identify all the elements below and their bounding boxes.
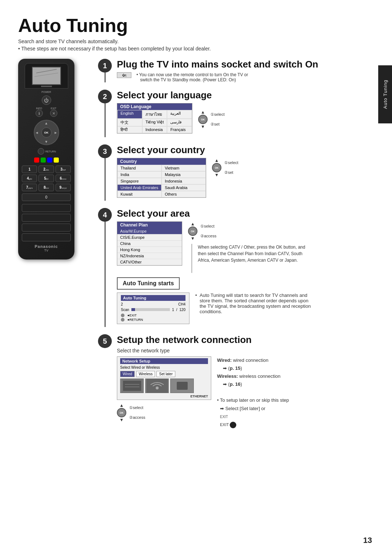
step-1-connector [105,73,106,82]
tall-buttons [22,204,71,241]
wireless-page-ref: ➡ (p. 16) [217,380,289,388]
auto-tuning-screen: Auto Tuning 2 CH4 Scan [117,293,189,324]
country-singapore: Singapore [117,178,162,184]
exit-label: ●EXIT [127,314,136,317]
color-buttons [34,158,59,163]
step-1-notes: • You can now use the remote control to … [136,72,248,82]
red-button[interactable] [34,158,39,163]
page-number: 13 [363,536,372,545]
num-7[interactable]: 7pqrs [22,184,37,191]
at-row1-right: CH4 [178,302,185,306]
osd-body: English ภาษาไทย العربية 中文 Tiếng Việt فا… [117,110,192,133]
network-images [120,379,208,393]
num-8[interactable]: 8tuv [38,184,54,191]
num-6[interactable]: 6mno [56,175,71,182]
at-row1-left: 2 [121,302,123,306]
nav-down-arrow[interactable]: ▼ [45,140,48,144]
country-saudi: Saudi Arabia [162,184,206,191]
blue-button[interactable] [47,158,52,163]
step-5: 5 Setup the network connection Select th… [98,334,374,429]
auto-tuning-section: Auto Tuning starts Auto Tuning 2 CH4 [117,277,374,327]
nav-left-arrow[interactable]: ◄ [35,131,39,135]
tall-btn-3[interactable] [22,224,71,232]
country-indonesia: Indonesia [162,178,206,184]
network-setup-row: Network Setup Select Wired or Wireless W… [117,356,374,429]
bullet-prefix: • [18,46,21,52]
country-header: Country [117,158,206,165]
remote-body: POWER ⏻ INFO ℹ EXIT ✕ [18,59,74,259]
return-label: ●RETURN [127,318,143,322]
wireless-desc: wireless connection [239,373,280,379]
step-4-row: Channel Plan Asia/W.Europe CIS/E.Europe … [117,221,374,273]
step-2-circle: 2 [98,90,112,103]
osd-cell-chinese: 中文 [117,119,142,126]
green-button[interactable] [41,158,46,163]
channel-cis: CIS/E.Europe [117,234,182,241]
power-button[interactable]: ⏻ [42,95,51,105]
osd-cell-farsi: فارسی [167,119,192,126]
wired-label: Wired: [217,357,232,363]
ok-button[interactable]: OK [41,127,52,138]
step-1-num-wrapper: 1 [98,59,112,82]
nav-up-arrow[interactable]: ▲ [45,121,48,125]
step-4-left: Channel Plan Asia/W.Europe CIS/E.Europe … [117,221,182,269]
num-0[interactable]: 0 [22,193,71,201]
step-4-content: Select your area Channel Plan Asia/W.Eur… [117,208,374,327]
step-4-title: Select your area [117,208,374,219]
num-2[interactable]: 2abc [38,165,54,173]
info-label: INFO [36,107,43,110]
step5-nav-select: ①select [129,405,145,410]
wired-page-ref: ➡ (p. 15) [217,364,289,372]
exit-label-note: EXIT EXIT [220,414,236,427]
network-img-2 [145,379,169,393]
step-4-circle: 4 [98,208,112,222]
yellow-button[interactable] [54,158,59,163]
nav-right-arrow[interactable]: ► [54,131,58,135]
network-bullet1: • To setup later on or skip this step [217,396,289,404]
tall-btn-2[interactable] [22,214,71,222]
channel-header: Channel Plan [117,222,182,228]
tv-label: TV [44,249,49,252]
network-opt-wireless[interactable]: Wireless [136,371,155,377]
return-button[interactable] [38,148,44,155]
step-3-title: Select your country [117,144,374,156]
country-body: Thailand Vietnam India Malaysia Singapor… [117,165,206,197]
tall-btn-4[interactable] [22,233,71,241]
tv-image [25,63,68,89]
step-1-content: Plug the TV into mains socket and switch… [117,59,374,82]
info-button[interactable]: ℹ [36,110,43,117]
svg-rect-0 [33,68,60,84]
step-2-title: Select your language [117,90,374,101]
ok-icon-small [121,314,124,317]
network-opt-wired[interactable]: Wired [120,371,135,377]
osd-cell-indonesia: Indonesia [142,126,167,133]
nav-select-label: ①select [211,112,225,117]
num-3[interactable]: 3def [56,165,71,173]
side-tab: Auto Tuning [378,65,392,123]
step-5-num-wrapper: 5 [98,334,112,429]
step-4-connector [105,222,106,327]
info-group: INFO ℹ [36,107,43,118]
step-3-num-wrapper: 3 [98,144,112,201]
svg-rect-4 [123,381,141,391]
tall-btn-1[interactable] [22,204,71,212]
num-5[interactable]: 5jkl [38,175,54,182]
network-screen-container: Network Setup Select Wired or Wireless W… [117,356,211,422]
osd-cell-thai: ภาษาไทย [142,110,167,119]
return-icon-small [121,318,124,322]
exit-button[interactable]: ✕ [50,110,57,117]
step-5-subtitle: Select the network type [117,348,374,353]
subtitle-1: Search and store TV channels automatical… [18,38,374,44]
at-progress-val: 1 [172,308,174,312]
num-1[interactable]: 1 [22,165,37,173]
num-4[interactable]: 4ghi [22,175,37,182]
wireless-label: Wireless: [217,373,238,379]
step-3-connector [105,158,106,201]
network-opt-setlater[interactable]: Set later [156,371,175,377]
step-3-row: Country Thailand Vietnam India Malaysia … [117,158,374,201]
step-2-nav: ▲ OK ▼ ①select ②set [198,110,225,131]
num-9[interactable]: 9wxyz [56,184,71,191]
network-right-info: Wired: wired connection ➡ (p. 15) Wirele… [217,356,289,429]
content-area: POWER ⏻ INFO ℹ EXIT ✕ [18,59,374,436]
channel-table: Channel Plan Asia/W.Europe CIS/E.Europe … [117,221,182,266]
